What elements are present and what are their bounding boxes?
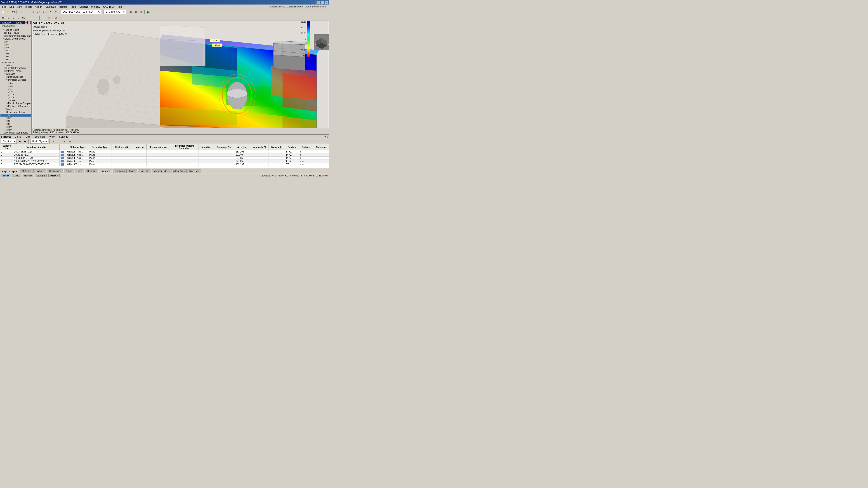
solids-button[interactable]: SO [21,15,26,20]
table-expand-button[interactable]: □ [327,135,328,138]
nav-basic-stresses[interactable]: Basic Stresses [0,75,31,78]
table-sort-button[interactable]: ↕ [57,139,61,144]
zoom-all-button[interactable]: ⊡ [41,9,46,14]
table-view[interactable]: View [48,135,56,138]
color-scale-button[interactable]: 🎨 [46,15,51,20]
view-selector[interactable]: 1 - Global XYZ [103,10,126,14]
supports-button[interactable]: ⊥ [29,15,33,20]
run-calc-button[interactable]: ▶ [146,9,151,14]
menu-insert[interactable]: Insert [24,5,33,8]
table-collapse-all-button[interactable]: ⊟ [67,139,72,144]
maximize-button[interactable]: □ [320,1,324,4]
loads-button[interactable]: ↓ [34,15,39,20]
lines-button[interactable]: L [6,15,11,20]
shaded-button[interactable]: ◧ [139,9,144,14]
table-close-button[interactable]: ✕ [324,135,326,138]
menu-edit[interactable]: Edit [8,5,15,8]
nav-type-of-results[interactable]: ▼ Type of results [0,29,31,31]
nav-internal-forces[interactable]: Internal Forces [0,70,31,72]
wireframe-button[interactable]: □ [133,9,138,14]
nav-uz[interactable]: uz [0,49,31,52]
table-filter-button[interactable]: ⊟ [51,139,56,144]
tab-solid-sets[interactable]: Solid Sets [187,169,202,173]
viewport[interactable]: CO2 : LC1 + LC2 + LC3 + LC4 Loads [kN/m²… [32,21,329,134]
table-goto[interactable]: Go To [13,135,22,138]
nav-sigmam[interactable]: σm [0,90,31,93]
next-page-button[interactable]: ▶ [13,170,15,173]
nav-final-results[interactable]: Final Results [0,31,31,34]
menu-calculate[interactable]: Calculate [44,5,57,8]
snap-button[interactable]: SNAP [1,174,10,177]
nav-principal-stresses[interactable]: ▼ Principal Stresses [0,78,31,81]
tab-materials[interactable]: Materials [20,169,33,173]
table-type-selector[interactable]: Structure [1,139,17,144]
nav-phiz[interactable]: φz [0,58,31,61]
nav-global-deformations[interactable]: ▼ Global Deformations [0,37,31,40]
nav-gammaxy-minus[interactable]: γxy- [0,128,31,131]
table-row[interactable]: 5 1,2,4,270,65-28,1,266,262,265,2 Withou… [0,160,329,163]
nav-epsyy-plus[interactable]: εyy+ [0,117,31,120]
table-edit[interactable]: Edit [24,135,31,138]
nav-basic-total-strains[interactable]: ▼ Basic Total Strains [0,111,31,113]
menu-window[interactable]: Window [90,5,101,8]
nav-u[interactable]: u [0,40,31,43]
menu-cad-bim[interactable]: CAD-BIM [102,5,115,8]
render-button[interactable]: ■ [128,9,133,14]
tab-member-sets[interactable]: Member Sets [152,169,169,173]
tab-surface-sets[interactable]: Surface Sets [169,169,186,173]
nav-uy[interactable]: uy [0,46,31,49]
last-page-button[interactable]: ▶| [16,170,18,173]
nav-differences[interactable]: Differences to initial state [0,34,31,37]
nav-principal-total[interactable]: Principal Total Strains [0,131,31,134]
minimize-button[interactable]: ─ [316,1,320,4]
table-next-button[interactable]: ▶ [23,139,28,144]
table-selection[interactable]: Selection [33,135,46,138]
nav-epsy-minus[interactable]: εy- [0,123,31,125]
menu-assign[interactable]: Assign [33,5,43,8]
glines-button[interactable]: GLINES [35,174,46,177]
tab-openings[interactable]: Openings [113,169,127,173]
nav-sigma1m[interactable]: σ1,- [0,87,31,90]
nav-pin-button[interactable]: 📌 [25,21,27,24]
first-page-button[interactable]: |◀ [1,170,3,173]
nav-epsx-plus[interactable]: εx+ [0,113,31,117]
table-settings[interactable]: Settings [58,135,70,138]
table-row[interactable]: 4 4-9,268,37-58,270 Without Thick... Pla… [0,157,329,160]
tab-solids[interactable]: Solids [127,169,137,173]
menu-help[interactable]: Help [116,5,123,8]
menu-results[interactable]: Results [58,5,69,8]
nav-gammaxy-plus[interactable]: γxy+ [0,125,31,128]
undo-button[interactable]: ↩ [18,9,23,14]
nav-elastic-stress[interactable]: Elastic Stress Components [0,102,31,105]
menu-file[interactable]: File [1,5,8,8]
nav-surfaces[interactable]: ▼ Surfaces [0,64,31,67]
tab-nodes[interactable]: Nodes [64,169,74,173]
table-expand-all-button[interactable]: ⊞ [62,139,67,144]
save-button[interactable]: 💾 [11,9,16,14]
nav-strains[interactable]: ▼ Strains [0,108,31,111]
nav-stresses[interactable]: ▼ Stresses [0,72,31,75]
bgrid-button[interactable]: BGRID [23,174,33,177]
close-button[interactable]: ✕ [324,1,328,4]
surfaces-table-container[interactable]: SurfaceNo. Boundary Lines No. Stiffness … [0,144,329,168]
members-button[interactable]: M [16,15,21,20]
nav-equiv-stress[interactable]: Equivalent Stresses [0,105,31,108]
menu-tools[interactable]: Tools [69,5,78,8]
nav-taumax[interactable]: τmax [0,99,31,102]
nav-ux[interactable]: ux [0,43,31,46]
tab-sections[interactable]: Sections [33,169,46,173]
open-button[interactable]: 📂 [6,9,11,14]
basic-objects-selector[interactable]: Basic Objects [30,139,49,144]
osnap-button[interactable]: OSNAP [49,174,60,177]
nav-local-deformations[interactable]: Local Deformations [0,67,31,70]
new-button[interactable]: 📄 [0,9,5,14]
tab-members[interactable]: Members [85,169,98,173]
select-button[interactable]: ↖ [48,9,53,14]
table-row[interactable]: 7 273,274,388,403-397,470-459,275 Withou… [0,163,329,166]
tab-lines[interactable]: Lines [75,169,84,173]
menu-options[interactable]: Options [78,5,89,8]
zoom-in-button[interactable]: 🔍 [31,9,35,14]
nav-sigma2m[interactable]: σ2,m [0,96,31,99]
prev-page-button[interactable]: ◀ [4,170,6,173]
nav-sigma2p[interactable]: σ2,+ [0,84,31,87]
